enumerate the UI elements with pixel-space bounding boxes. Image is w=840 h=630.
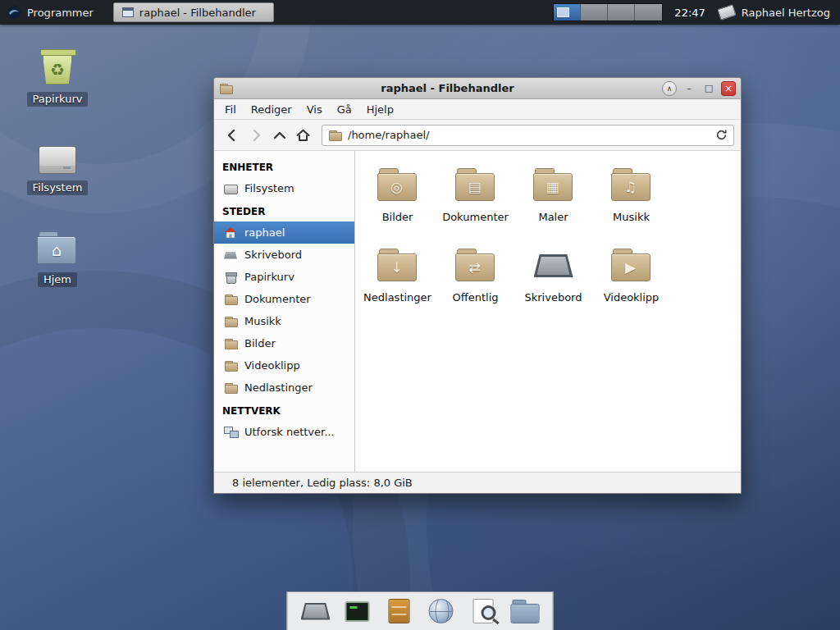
sidebar-item-label: Nedlastinger [244, 381, 313, 394]
menu-go[interactable]: Gå [330, 101, 359, 118]
file-item-downloads[interactable]: ↓ Nedlastinger [358, 241, 436, 322]
sidebar-item-documents[interactable]: Dokumenter [214, 288, 354, 310]
up-button[interactable] [268, 124, 290, 146]
window-icon [122, 7, 134, 17]
applications-menu-button[interactable]: Programmer [0, 0, 103, 25]
camera-emblem-icon: ◎ [390, 180, 403, 194]
workspace-2[interactable] [581, 4, 608, 21]
file-item-documents[interactable]: ▤ Dokumenter [436, 161, 514, 241]
file-item-public[interactable]: ⇄ Offentlig [436, 241, 514, 322]
template-emblem-icon: ▦ [546, 180, 559, 194]
applications-menu-label: Programmer [27, 7, 94, 19]
folder-icon [224, 359, 238, 372]
workspace-4[interactable] [635, 4, 662, 21]
sidebar-header-devices: ENHETER [214, 155, 354, 177]
menu-edit[interactable]: Rediger [244, 101, 299, 118]
file-item-videos[interactable]: ▶ Videoklipp [592, 241, 670, 322]
sidebar-item-music[interactable]: Musikk [214, 310, 354, 332]
network-icon [224, 426, 238, 439]
menu-help[interactable]: Hjelp [359, 101, 401, 118]
house-glyph: ⌂ [52, 243, 62, 258]
file-label: Offentlig [453, 291, 499, 304]
desktop-icon-trash[interactable]: ♻ Papirkurv [21, 43, 94, 107]
sidebar-item-label: raphael [244, 226, 285, 239]
path-input[interactable] [348, 129, 706, 141]
dock-files-button[interactable] [509, 596, 541, 627]
sidebar: ENHETER Filsystem STEDER raphael Skri [214, 151, 355, 472]
forward-button[interactable] [244, 124, 267, 146]
folder-downloads-icon: ↓ [377, 249, 418, 283]
sidebar-item-pictures[interactable]: Bilder [214, 332, 354, 354]
music-emblem-icon: ♫ [624, 180, 637, 194]
menu-file[interactable]: Fil [217, 101, 244, 118]
desktop-icon-label: Papirkurv [27, 92, 89, 107]
user-menu-button[interactable]: Raphael Hertzog [719, 0, 840, 25]
window-titlebar-icon [219, 82, 233, 95]
minimize-button[interactable]: – [682, 81, 696, 96]
reload-icon [715, 129, 728, 141]
up-icon [273, 129, 286, 142]
desktop-icon [224, 249, 238, 262]
folder-documents-icon: ▤ [455, 168, 496, 203]
file-item-desktop[interactable]: Skrivebord [514, 241, 592, 322]
workspace-1[interactable] [554, 4, 581, 21]
sidebar-item-filesystem[interactable]: Filsystem [214, 177, 354, 199]
sidebar-item-trash[interactable]: Papirkurv [214, 266, 354, 288]
dock-search-button[interactable] [468, 596, 499, 627]
workspace-3[interactable] [608, 4, 635, 21]
sidebar-item-label: Videoklipp [244, 359, 300, 372]
dock-show-desktop-button[interactable] [300, 596, 331, 627]
sidebar-item-videos[interactable]: Videoklipp [214, 354, 354, 377]
home-button[interactable] [292, 124, 314, 146]
menu-view[interactable]: Vis [299, 101, 330, 118]
taskbar-window-label: raphael - Filbehandler [139, 7, 256, 19]
dock-file-cabinet-button[interactable] [384, 596, 415, 627]
drive-icon [224, 182, 238, 195]
maximize-button[interactable]: □ [701, 81, 716, 96]
file-item-music[interactable]: ♫ Musikk [592, 161, 670, 241]
sidebar-item-home[interactable]: raphael [214, 221, 354, 244]
sidebar-item-label: Papirkurv [244, 271, 294, 283]
dock-terminal-button[interactable] [342, 596, 373, 627]
desktop-icon-home[interactable]: ⌂ Hjem [21, 223, 94, 287]
desktop-icon-label: Hjem [38, 272, 77, 287]
sidebar-item-label: Utforsk nettver... [244, 426, 335, 438]
home-folder-icon: ⌂ [37, 231, 78, 266]
file-label: Nedlastinger [363, 291, 431, 304]
search-icon [472, 599, 493, 623]
web-browser-icon [429, 599, 454, 623]
share-emblem-icon: ⇄ [468, 261, 480, 275]
desktop-icon [534, 254, 573, 277]
folder-music-icon: ♫ [611, 168, 652, 203]
folder-pictures-icon: ◎ [377, 168, 418, 203]
show-desktop-icon [301, 603, 331, 620]
sidebar-item-browse-network[interactable]: Utforsk nettver... [214, 421, 354, 443]
shade-button[interactable]: ∧ [662, 81, 677, 96]
folder-icon [328, 129, 342, 142]
folder-videos-icon: ▶ [611, 249, 652, 283]
back-button[interactable] [221, 124, 243, 146]
taskbar-window-button[interactable]: raphael - Filbehandler [113, 2, 274, 22]
workspace-pager [553, 3, 663, 21]
top-panel: Programmer raphael - Filbehandler 22:47 … [0, 0, 840, 25]
recycle-glyph: ♻ [50, 60, 65, 80]
folder-templates-icon: ▦ [533, 168, 574, 203]
home-icon [224, 226, 238, 240]
dock-browser-button[interactable] [426, 596, 457, 627]
folder-public-icon: ⇄ [455, 249, 496, 283]
sidebar-item-desktop[interactable]: Skrivebord [214, 244, 354, 266]
close-button[interactable]: × [721, 81, 736, 96]
folder-icon [224, 315, 238, 328]
menubar: Fil Rediger Vis Gå Hjelp [214, 99, 741, 120]
window-titlebar[interactable]: raphael - Filbehandler ∧ – □ × [214, 78, 741, 99]
file-item-templates[interactable]: ▦ Maler [514, 161, 592, 241]
panel-clock[interactable]: 22:47 [674, 7, 705, 19]
video-emblem-icon: ▶ [625, 261, 636, 275]
file-item-pictures[interactable]: ◎ Bilder [358, 161, 436, 241]
desktop-icon-filesystem[interactable]: Filsystem [21, 131, 94, 195]
reload-button[interactable] [712, 126, 730, 144]
status-text: 8 ielementer, Ledig plass: 8,0 GiB [232, 477, 413, 489]
document-emblem-icon: ▤ [468, 180, 481, 194]
user-name-label: Raphael Hertzog [742, 7, 830, 19]
sidebar-item-downloads[interactable]: Nedlastinger [214, 377, 354, 399]
